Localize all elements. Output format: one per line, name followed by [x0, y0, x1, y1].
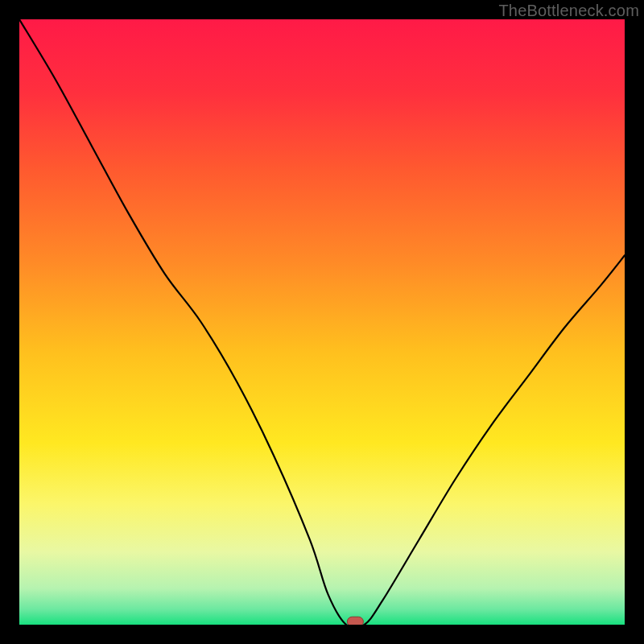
attribution-label: TheBottleneck.com	[498, 2, 639, 20]
optimal-marker-pill	[347, 617, 363, 625]
plot-background	[19, 19, 625, 625]
bottleneck-chart	[19, 19, 625, 625]
optimal-marker	[347, 617, 363, 625]
chart-frame: TheBottleneck.com	[0, 0, 644, 644]
